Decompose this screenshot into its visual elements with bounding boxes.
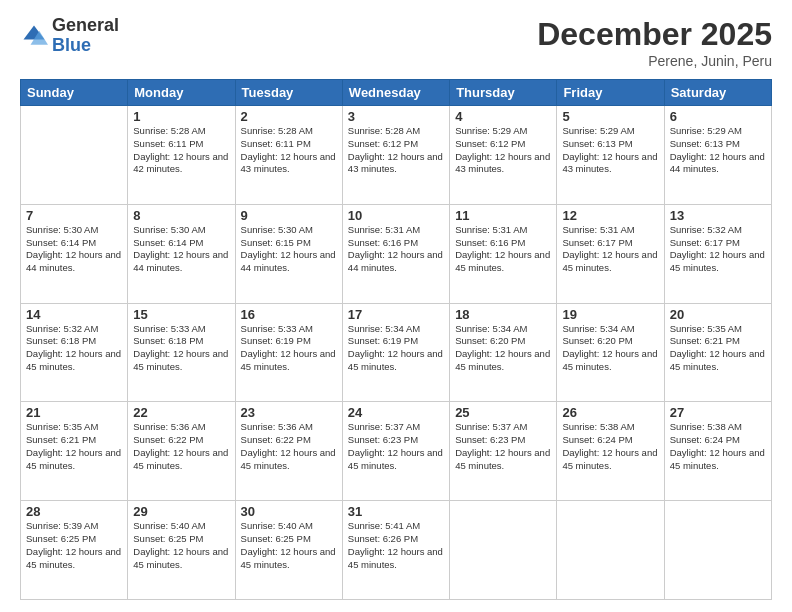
day-info: Sunrise: 5:34 AM Sunset: 6:20 PM Dayligh… xyxy=(562,323,658,374)
day-number: 16 xyxy=(241,307,337,322)
header-row: Sunday Monday Tuesday Wednesday Thursday… xyxy=(21,80,772,106)
logo-blue: Blue xyxy=(52,36,119,56)
logo: General Blue xyxy=(20,16,119,56)
day-info: Sunrise: 5:28 AM Sunset: 6:12 PM Dayligh… xyxy=(348,125,444,176)
calendar-cell: 18Sunrise: 5:34 AM Sunset: 6:20 PM Dayli… xyxy=(450,303,557,402)
col-saturday: Saturday xyxy=(664,80,771,106)
location: Perene, Junin, Peru xyxy=(537,53,772,69)
day-info: Sunrise: 5:29 AM Sunset: 6:12 PM Dayligh… xyxy=(455,125,551,176)
day-info: Sunrise: 5:37 AM Sunset: 6:23 PM Dayligh… xyxy=(348,421,444,472)
day-number: 20 xyxy=(670,307,766,322)
day-number: 4 xyxy=(455,109,551,124)
week-row-3: 14Sunrise: 5:32 AM Sunset: 6:18 PM Dayli… xyxy=(21,303,772,402)
calendar-cell: 2Sunrise: 5:28 AM Sunset: 6:11 PM Daylig… xyxy=(235,106,342,205)
day-info: Sunrise: 5:35 AM Sunset: 6:21 PM Dayligh… xyxy=(26,421,122,472)
logo-icon xyxy=(20,22,48,50)
day-number: 13 xyxy=(670,208,766,223)
calendar-cell: 21Sunrise: 5:35 AM Sunset: 6:21 PM Dayli… xyxy=(21,402,128,501)
day-number: 17 xyxy=(348,307,444,322)
day-info: Sunrise: 5:29 AM Sunset: 6:13 PM Dayligh… xyxy=(562,125,658,176)
calendar-cell xyxy=(450,501,557,600)
col-thursday: Thursday xyxy=(450,80,557,106)
col-monday: Monday xyxy=(128,80,235,106)
day-info: Sunrise: 5:31 AM Sunset: 6:16 PM Dayligh… xyxy=(455,224,551,275)
week-row-2: 7Sunrise: 5:30 AM Sunset: 6:14 PM Daylig… xyxy=(21,204,772,303)
week-row-5: 28Sunrise: 5:39 AM Sunset: 6:25 PM Dayli… xyxy=(21,501,772,600)
day-number: 14 xyxy=(26,307,122,322)
day-number: 21 xyxy=(26,405,122,420)
page: General Blue December 2025 Perene, Junin… xyxy=(0,0,792,612)
calendar-cell: 9Sunrise: 5:30 AM Sunset: 6:15 PM Daylig… xyxy=(235,204,342,303)
calendar-cell: 27Sunrise: 5:38 AM Sunset: 6:24 PM Dayli… xyxy=(664,402,771,501)
day-number: 18 xyxy=(455,307,551,322)
day-info: Sunrise: 5:38 AM Sunset: 6:24 PM Dayligh… xyxy=(562,421,658,472)
day-info: Sunrise: 5:40 AM Sunset: 6:25 PM Dayligh… xyxy=(133,520,229,571)
calendar-cell: 6Sunrise: 5:29 AM Sunset: 6:13 PM Daylig… xyxy=(664,106,771,205)
calendar-cell: 16Sunrise: 5:33 AM Sunset: 6:19 PM Dayli… xyxy=(235,303,342,402)
day-number: 23 xyxy=(241,405,337,420)
day-number: 15 xyxy=(133,307,229,322)
day-number: 30 xyxy=(241,504,337,519)
day-info: Sunrise: 5:28 AM Sunset: 6:11 PM Dayligh… xyxy=(241,125,337,176)
day-info: Sunrise: 5:38 AM Sunset: 6:24 PM Dayligh… xyxy=(670,421,766,472)
calendar-cell: 11Sunrise: 5:31 AM Sunset: 6:16 PM Dayli… xyxy=(450,204,557,303)
day-number: 2 xyxy=(241,109,337,124)
calendar-cell: 26Sunrise: 5:38 AM Sunset: 6:24 PM Dayli… xyxy=(557,402,664,501)
calendar-cell: 25Sunrise: 5:37 AM Sunset: 6:23 PM Dayli… xyxy=(450,402,557,501)
col-sunday: Sunday xyxy=(21,80,128,106)
day-info: Sunrise: 5:29 AM Sunset: 6:13 PM Dayligh… xyxy=(670,125,766,176)
logo-text: General Blue xyxy=(52,16,119,56)
calendar-cell: 23Sunrise: 5:36 AM Sunset: 6:22 PM Dayli… xyxy=(235,402,342,501)
calendar-cell: 22Sunrise: 5:36 AM Sunset: 6:22 PM Dayli… xyxy=(128,402,235,501)
day-info: Sunrise: 5:34 AM Sunset: 6:19 PM Dayligh… xyxy=(348,323,444,374)
month-title: December 2025 xyxy=(537,16,772,53)
day-info: Sunrise: 5:28 AM Sunset: 6:11 PM Dayligh… xyxy=(133,125,229,176)
col-tuesday: Tuesday xyxy=(235,80,342,106)
day-info: Sunrise: 5:31 AM Sunset: 6:16 PM Dayligh… xyxy=(348,224,444,275)
day-info: Sunrise: 5:31 AM Sunset: 6:17 PM Dayligh… xyxy=(562,224,658,275)
day-number: 11 xyxy=(455,208,551,223)
title-section: December 2025 Perene, Junin, Peru xyxy=(537,16,772,69)
header: General Blue December 2025 Perene, Junin… xyxy=(20,16,772,69)
calendar-cell: 19Sunrise: 5:34 AM Sunset: 6:20 PM Dayli… xyxy=(557,303,664,402)
day-number: 9 xyxy=(241,208,337,223)
day-number: 25 xyxy=(455,405,551,420)
col-wednesday: Wednesday xyxy=(342,80,449,106)
day-number: 29 xyxy=(133,504,229,519)
day-info: Sunrise: 5:30 AM Sunset: 6:14 PM Dayligh… xyxy=(26,224,122,275)
day-number: 27 xyxy=(670,405,766,420)
calendar-cell: 17Sunrise: 5:34 AM Sunset: 6:19 PM Dayli… xyxy=(342,303,449,402)
calendar-cell: 4Sunrise: 5:29 AM Sunset: 6:12 PM Daylig… xyxy=(450,106,557,205)
calendar-table: Sunday Monday Tuesday Wednesday Thursday… xyxy=(20,79,772,600)
day-info: Sunrise: 5:36 AM Sunset: 6:22 PM Dayligh… xyxy=(133,421,229,472)
day-info: Sunrise: 5:39 AM Sunset: 6:25 PM Dayligh… xyxy=(26,520,122,571)
day-number: 6 xyxy=(670,109,766,124)
day-info: Sunrise: 5:41 AM Sunset: 6:26 PM Dayligh… xyxy=(348,520,444,571)
day-info: Sunrise: 5:33 AM Sunset: 6:19 PM Dayligh… xyxy=(241,323,337,374)
calendar-cell xyxy=(21,106,128,205)
calendar-cell: 5Sunrise: 5:29 AM Sunset: 6:13 PM Daylig… xyxy=(557,106,664,205)
day-info: Sunrise: 5:35 AM Sunset: 6:21 PM Dayligh… xyxy=(670,323,766,374)
calendar-cell xyxy=(557,501,664,600)
day-number: 7 xyxy=(26,208,122,223)
day-number: 22 xyxy=(133,405,229,420)
calendar-cell: 12Sunrise: 5:31 AM Sunset: 6:17 PM Dayli… xyxy=(557,204,664,303)
calendar-cell: 10Sunrise: 5:31 AM Sunset: 6:16 PM Dayli… xyxy=(342,204,449,303)
day-info: Sunrise: 5:30 AM Sunset: 6:14 PM Dayligh… xyxy=(133,224,229,275)
col-friday: Friday xyxy=(557,80,664,106)
day-number: 24 xyxy=(348,405,444,420)
day-number: 12 xyxy=(562,208,658,223)
calendar-cell: 29Sunrise: 5:40 AM Sunset: 6:25 PM Dayli… xyxy=(128,501,235,600)
day-number: 10 xyxy=(348,208,444,223)
calendar-cell xyxy=(664,501,771,600)
calendar-cell: 24Sunrise: 5:37 AM Sunset: 6:23 PM Dayli… xyxy=(342,402,449,501)
day-number: 5 xyxy=(562,109,658,124)
calendar-cell: 15Sunrise: 5:33 AM Sunset: 6:18 PM Dayli… xyxy=(128,303,235,402)
day-number: 3 xyxy=(348,109,444,124)
day-info: Sunrise: 5:32 AM Sunset: 6:17 PM Dayligh… xyxy=(670,224,766,275)
day-info: Sunrise: 5:37 AM Sunset: 6:23 PM Dayligh… xyxy=(455,421,551,472)
day-info: Sunrise: 5:36 AM Sunset: 6:22 PM Dayligh… xyxy=(241,421,337,472)
calendar-cell: 8Sunrise: 5:30 AM Sunset: 6:14 PM Daylig… xyxy=(128,204,235,303)
calendar-cell: 3Sunrise: 5:28 AM Sunset: 6:12 PM Daylig… xyxy=(342,106,449,205)
calendar-cell: 30Sunrise: 5:40 AM Sunset: 6:25 PM Dayli… xyxy=(235,501,342,600)
